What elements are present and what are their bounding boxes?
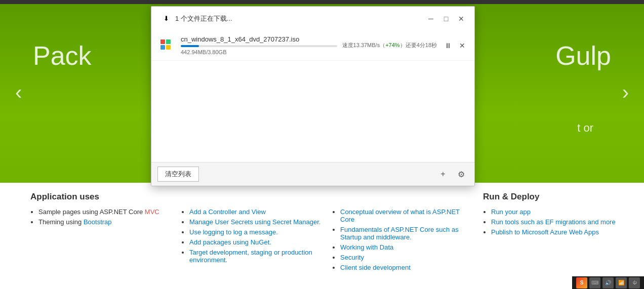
col3-list: Conceptual overview of what is ASP.NET C… [332,208,473,271]
carousel-next-button[interactable]: › [622,81,629,104]
logging-link[interactable]: Use logging to log a message. [189,228,278,236]
dialog-content-area [151,61,474,162]
list-item: Client side development [340,264,473,271]
download-info: cn_windows_8_1_x64_dvd_2707237.iso 442.9… [181,35,337,55]
item-text: Theming using [38,218,84,226]
top-bar [0,0,644,4]
nuget-link[interactable]: Add packages using NuGet. [189,238,271,246]
col1-heading: Application uses [30,192,171,202]
win-square-red [160,39,165,44]
file-icon [157,36,176,55]
taskbar-icon-1: ⌨ [589,277,600,288]
list-item: Add a Controller and View [189,208,322,216]
carousel-prev-button[interactable]: ‹ [15,81,22,104]
col4-list: Run your app Run tools such as EF migrat… [483,208,624,236]
speed-label: 速度13.37MB/s（ [342,42,386,48]
taskbar-icon-3: 📶 [616,277,627,288]
download-size: 442.94MB/3.80GB [181,49,337,55]
download-item: cn_windows_8_1_x64_dvd_2707237.iso 442.9… [151,30,474,61]
add-download-button[interactable]: + [436,167,450,181]
maximize-button[interactable]: □ [439,13,453,25]
download-title-icon: ⬇ [157,11,175,26]
windows-logo-icon [157,36,174,53]
fundamentals-link[interactable]: Fundamentals of ASP.NET Core such as Sta… [340,226,459,241]
add-controller-link[interactable]: Add a Controller and View [189,208,266,216]
sogou-icon: S [576,277,587,288]
client-side-link[interactable]: Client side development [340,264,411,271]
col1-list: Sample pages using ASP.NET Core MVC Them… [30,208,171,226]
close-button[interactable]: ✕ [454,13,468,25]
content-col-1: Application uses Sample pages using ASP.… [25,192,176,284]
progress-bar [181,45,337,47]
dialog-titlebar: ⬇ 1 个文件正在下载... ─ □ ✕ [151,7,474,30]
content-area: Application uses Sample pages using ASP.… [0,183,644,289]
download-dialog: ⬇ 1 个文件正在下载... ─ □ ✕ cn_windows_8_1_x64_… [151,6,475,186]
run-app-link[interactable]: Run your app [491,208,531,216]
win-square-yellow [166,45,171,50]
pause-button[interactable]: ⏸ [442,39,454,52]
page-title-left: Pack [33,40,92,71]
content-col-4: Run & Deploy Run your app Run tools such… [478,192,629,284]
list-item: Run tools such as EF migrations and more [491,218,624,226]
win-square-blue [160,45,165,50]
speed-percent: +74% [385,42,399,48]
list-item: Security [340,254,473,261]
clear-list-button[interactable]: 清空列表 [157,167,199,182]
environment-link[interactable]: Target development, staging or productio… [189,249,312,264]
list-item: Run your app [491,208,624,216]
list-item: Use logging to log a message. [189,228,322,236]
mvc-link[interactable]: MVC [145,208,159,216]
page-title-right: Gulp [555,40,611,71]
window-controls: ─ □ ✕ [424,13,468,25]
list-item: Manage User Secrets using Secret Manager… [189,218,322,226]
list-item: Theming using Bootstrap [38,218,171,226]
win-square-green [166,39,171,44]
user-secrets-link[interactable]: Manage User Secrets using Secret Manager… [189,218,320,226]
bootstrap-link[interactable]: Bootstrap [84,218,112,226]
azure-publish-link[interactable]: Publish to Microsoft Azure Web Apps [491,228,599,236]
list-item: Conceptual overview of what is ASP.NET C… [340,208,473,223]
ef-migrations-link[interactable]: Run tools such as EF migrations and more [491,218,616,226]
settings-button[interactable]: ⚙ [454,167,468,181]
dialog-bottom-bar: 清空列表 + ⚙ [151,162,474,186]
taskbar-icon-2: 🔊 [602,277,614,288]
taskbar: S ⌨ 🔊 📶 ⏻ [572,276,644,289]
list-item: Publish to Microsoft Azure Web Apps [491,228,624,236]
working-with-data-link[interactable]: Working with Data [340,243,393,251]
page-subtitle-right: t or [577,121,593,135]
content-col-3: x Conceptual overview of what is ASP.NET… [327,192,478,284]
col2-list: Add a Controller and View Manage User Se… [181,208,322,264]
list-item: Sample pages using ASP.NET Core MVC [38,208,171,216]
item-controls: ⏸ ✕ [442,39,468,52]
content-col-2: x Add a Controller and View Manage User … [176,192,327,284]
cancel-download-button[interactable]: ✕ [456,39,468,52]
bottom-icons: + ⚙ [436,167,468,181]
taskbar-icon-4: ⏻ [629,277,640,288]
progress-fill [181,45,199,47]
security-link[interactable]: Security [340,254,364,261]
download-filename: cn_windows_8_1_x64_dvd_2707237.iso [181,35,337,43]
item-text: Sample pages using ASP.NET Core [38,208,145,216]
minimize-button[interactable]: ─ [424,13,438,25]
list-item: Fundamentals of ASP.NET Core such as Sta… [340,226,473,241]
download-speed: 速度13.37MB/s（+74%）还要4分18秒 [342,42,437,49]
col4-heading: Run & Deploy [483,192,624,202]
speed-suffix: ）还要4分18秒 [400,42,437,48]
list-item: Target development, staging or productio… [189,249,322,264]
conceptual-overview-link[interactable]: Conceptual overview of what is ASP.NET C… [340,208,460,223]
list-item: Working with Data [340,243,473,251]
dialog-title: 1 个文件正在下载... [175,14,424,23]
list-item: Add packages using NuGet. [189,238,322,246]
